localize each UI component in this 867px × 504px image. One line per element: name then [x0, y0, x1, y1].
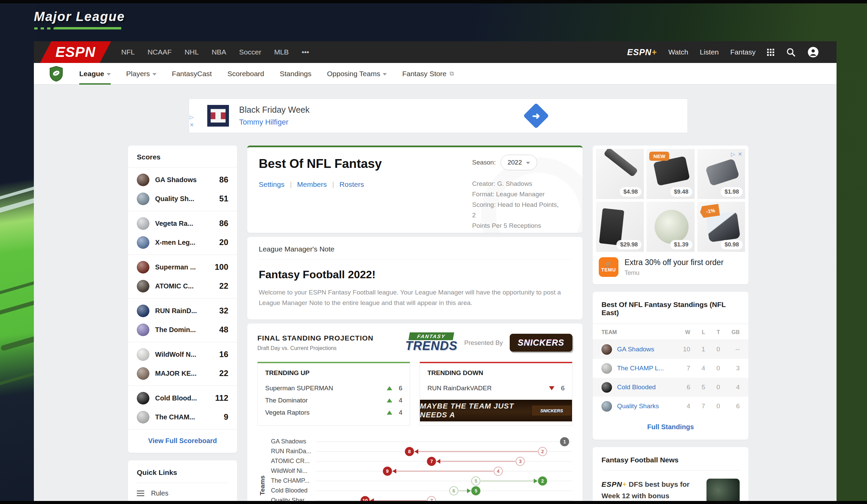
league-nav-opposing-teams[interactable]: Opposing Teams — [327, 63, 386, 85]
trending-row: Vegeta Raptors4 — [265, 406, 402, 419]
ad-close-icon[interactable]: ✕ — [190, 122, 194, 127]
draft-rank-dot[interactable]: 6 — [449, 486, 458, 495]
snickers-logo[interactable]: SNICKERS — [510, 334, 572, 352]
league-nav-label: Opposing Teams — [327, 70, 380, 78]
score-row[interactable]: Cold Blood...112 — [137, 388, 228, 407]
current-rank-dot[interactable]: 2 — [538, 476, 547, 485]
score-row[interactable]: X-men Leg...20 — [137, 233, 228, 252]
temu-ad-panel[interactable]: $4.98NEW$9.48▷✕$1.98$29.98$1.39-1%$0.98 … — [593, 145, 748, 284]
ties: 0 — [705, 403, 720, 410]
standings-team-link[interactable]: Cold Blooded — [617, 383, 656, 391]
league-nav-label: Scoreboard — [227, 70, 264, 78]
top-nav-item-ncaaf[interactable]: NCAAF — [148, 48, 172, 56]
temu-product[interactable]: NEW$9.48 — [646, 149, 694, 199]
temu-product[interactable]: $29.98 — [596, 202, 644, 252]
temu-product[interactable]: $4.98 — [596, 149, 644, 199]
team-name: MAJOR KE... — [155, 370, 196, 377]
season-dropdown[interactable]: 2022 — [501, 155, 537, 170]
view-full-scoreboard-link[interactable]: View Full Scoreboard — [128, 429, 237, 453]
score-row[interactable]: Superman ...100 — [137, 258, 228, 276]
top-nav-item-mlb[interactable]: MLB — [274, 48, 289, 56]
score-row[interactable]: Vegeta Ra...86 — [137, 214, 228, 233]
current-rank-dot[interactable]: 5 — [471, 486, 481, 495]
chart-row-plot: 49 — [315, 466, 572, 476]
ad-advertiser-link[interactable]: Tommy Hilfiger — [239, 118, 310, 127]
top-nav-item-soccer[interactable]: Soccer — [239, 48, 261, 56]
standings-team: Quality Sharks — [601, 401, 675, 412]
top-nav-item-listen[interactable]: Listen — [700, 48, 719, 56]
score-row[interactable]: ATOMIC C...22 — [137, 276, 228, 296]
league-nav-fantasycast[interactable]: FantasyCast — [172, 63, 212, 85]
temu-product[interactable]: $1.39 — [646, 202, 694, 252]
ad-arrow-button[interactable]: ➜ — [523, 103, 549, 129]
product-price: $9.48 — [670, 187, 692, 197]
temu-product[interactable]: ▷✕$1.98 — [697, 149, 745, 199]
profile-icon[interactable] — [807, 46, 819, 58]
apps-grid-icon[interactable] — [767, 49, 774, 56]
standings-team-link[interactable]: Quality Sharks — [617, 403, 659, 410]
league-link-settings[interactable]: Settings — [259, 180, 285, 188]
score-row[interactable]: RUN RainD...32 — [137, 301, 228, 320]
score-row[interactable]: GA Shadows86 — [137, 170, 228, 189]
draft-rank-dot[interactable]: 2 — [538, 447, 547, 456]
score-row[interactable]: The Domin...48 — [137, 320, 228, 339]
top-nav-item-nhl[interactable]: NHL — [184, 48, 199, 56]
chevron-down-icon — [107, 73, 111, 76]
league-nav-standings[interactable]: Standings — [280, 63, 311, 85]
full-standings-link[interactable]: Full Standings — [593, 416, 748, 440]
trending-row: RUN RainDarkVADER6 — [427, 382, 565, 394]
team-avatar — [137, 280, 149, 293]
draft-rank-dot[interactable]: 3 — [516, 457, 525, 466]
top-nav-item-watch[interactable]: Watch — [668, 48, 688, 56]
news-item[interactable]: ESPN+ DFS best buys for Week 12 with bon… — [601, 471, 740, 504]
fantasy-league-nav: LeaguePlayersFantasyCastScoreboardStandi… — [34, 63, 836, 85]
draft-rank-dot[interactable]: 5 — [471, 476, 481, 485]
score-row[interactable]: Quality Sh...51 — [137, 189, 228, 208]
league-shield-icon[interactable] — [49, 66, 64, 82]
league-nav-players[interactable]: Players — [126, 63, 157, 85]
col-gb: GB — [720, 329, 740, 336]
score-row[interactable]: The CHAM...9 — [137, 407, 228, 427]
standings-team-link[interactable]: GA Shadows — [617, 346, 654, 353]
fantasy-trends-logo: FANTASY TRENDS — [405, 332, 458, 353]
league-meta-block: Season: 2022 Creator: G. ShadowsFormat: … — [472, 155, 564, 233]
league-link-rosters[interactable]: Rosters — [339, 180, 364, 188]
standings-team-link[interactable]: The CHAMP L... — [617, 364, 664, 372]
league-nav-fantasy-store[interactable]: Fantasy Store⧉ — [402, 63, 454, 85]
league-nav-league[interactable]: League — [79, 63, 111, 85]
espn-plus-logo[interactable]: ESPN+ — [627, 47, 657, 57]
league-nav-label: Fantasy Store — [402, 70, 447, 78]
scores-list: GA Shadows86Quality Sh...51Vegeta Ra...8… — [128, 167, 237, 429]
search-icon[interactable] — [786, 47, 796, 57]
league-link-members[interactable]: Members — [297, 180, 327, 188]
espn-fantasy-page: ESPN NFLNCAAFNHLNBASoccerMLB••• ESPN+ Wa… — [34, 41, 836, 504]
adchoices-icon[interactable]: ▷ — [731, 151, 735, 157]
tommy-hilfiger-ad-banner[interactable]: ▷ ✕ Black Friday Week Tommy Hilfiger ➜ — [189, 99, 687, 133]
top-nav-item-[interactable]: ••• — [302, 48, 309, 56]
ad-close-icon[interactable]: ✕ — [738, 151, 742, 157]
current-rank-dot[interactable]: 1 — [560, 437, 569, 446]
tommy-hilfiger-logo — [207, 105, 229, 127]
top-nav-item-fantasy[interactable]: Fantasy — [730, 48, 756, 56]
adchoices-icon[interactable]: ▷ — [190, 114, 194, 120]
external-link-icon: ⧉ — [449, 70, 453, 77]
team-avatar — [601, 363, 612, 374]
espn-logo[interactable]: ESPN — [40, 41, 111, 63]
team-name: RUN RainD... — [155, 307, 197, 315]
score-row[interactable]: WildWolf N...16 — [137, 345, 228, 364]
draft-rank-dot[interactable]: 4 — [493, 467, 503, 475]
current-rank-dot[interactable]: 9 — [383, 467, 392, 475]
temu-logo[interactable]: 🛒TEMU — [599, 257, 618, 277]
temu-product[interactable]: -1%$0.98 — [697, 202, 745, 252]
snickers-ad-banner[interactable]: MAYBE THE TEAM JUST NEEDS A SNICKERS — [420, 400, 572, 421]
temu-headline[interactable]: Extra 30% off your first order — [624, 258, 724, 267]
top-nav-item-nba[interactable]: NBA — [212, 48, 226, 56]
product-price: $1.39 — [670, 240, 692, 250]
league-nav-scoreboard[interactable]: Scoreboard — [227, 63, 264, 85]
top-nav-item-nfl[interactable]: NFL — [121, 48, 135, 56]
current-rank-dot[interactable]: 8 — [405, 447, 414, 456]
team-avatar — [601, 382, 612, 393]
score-row[interactable]: MAJOR KE...22 — [137, 364, 228, 383]
current-rank-dot[interactable]: 7 — [427, 457, 436, 466]
trending-delta-value: 4 — [398, 409, 402, 416]
